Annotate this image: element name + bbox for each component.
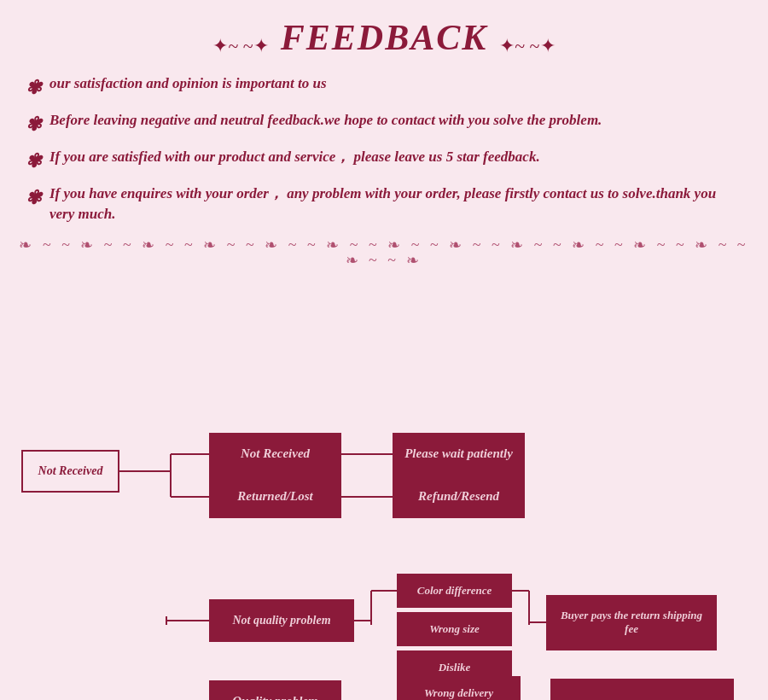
bullet-icon-1: ✾	[26, 74, 41, 102]
node-not-quality-problem: Not quality problem	[209, 599, 354, 642]
bullet-text-3: If you are satisfied with our product an…	[49, 147, 540, 168]
node-not-received: Not Received	[209, 433, 341, 475]
bullet-3: ✾ If you are satisfied with our product …	[26, 147, 742, 175]
bullets-section: ✾ our satisfaction and opinion is import…	[26, 73, 742, 225]
deco-right: ✦~ ~✦	[499, 35, 555, 56]
page-title: FEEDBACK	[281, 17, 487, 58]
bullet-icon-3: ✾	[26, 148, 41, 175]
bullet-text-1: our satisfaction and opinion is importan…	[49, 73, 327, 95]
node-quality-problem: Quality problem	[209, 680, 341, 700]
bullet-1: ✾ our satisfaction and opinion is import…	[26, 73, 742, 102]
root-not-received: Not Received	[21, 450, 119, 493]
bullet-icon-2: ✾	[26, 111, 41, 138]
bullet-text-2: Before leaving negative and neutral feed…	[49, 110, 602, 131]
bullet-4: ✾ If you have enquires with your order， …	[26, 184, 742, 225]
node-returned-lost: Returned/Lost	[209, 475, 341, 518]
node-wrong-size: Wrong size	[397, 612, 512, 646]
node-wrong-delivery: Wrong delivery	[397, 676, 521, 700]
divider: ❧ ~ ~ ❧ ~ ~ ❧ ~ ~ ❧ ~ ~ ❧ ~ ~ ❧ ~ ~ ❧ ~ …	[17, 237, 751, 268]
node-color-difference: Color difference	[397, 574, 512, 608]
flowchart: Not Received Not Received Returned/Lost …	[17, 283, 768, 625]
page: ✦~ ~✦ FEEDBACK ✦~ ~✦ ✾ our satisfaction …	[0, 0, 768, 700]
node-please-wait: Please wait patiently	[393, 433, 525, 475]
node-seller-pays: Seller pays the return shipping fee	[550, 679, 734, 700]
header: ✦~ ~✦ FEEDBACK ✦~ ~✦	[17, 9, 751, 58]
bullet-icon-4: ✾	[26, 184, 41, 212]
node-buyer-pays: Buyer pays the return shipping fee	[546, 595, 717, 650]
bullet-text-4: If you have enquires with your order， an…	[49, 184, 742, 225]
bullet-2: ✾ Before leaving negative and neutral fe…	[26, 110, 742, 138]
deco-left: ✦~ ~✦	[212, 35, 268, 56]
node-refund-resend: Refund/Resend	[393, 475, 525, 518]
